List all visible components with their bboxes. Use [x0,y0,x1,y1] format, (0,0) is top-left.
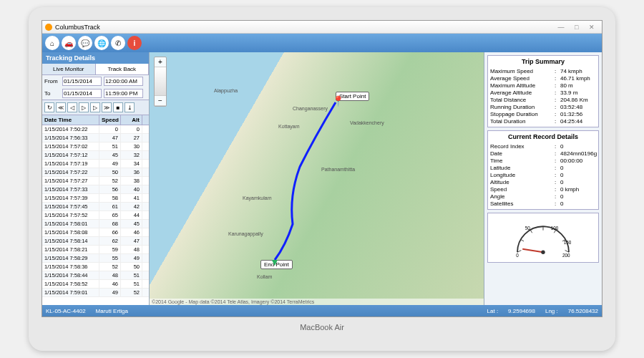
status-lng: 76.5208432 [568,308,598,314]
table-row[interactable]: 1/15/2014 7:57:275238 [42,177,149,185]
to-time-input[interactable] [104,89,143,98]
summary-row: Record Index:0 [490,142,596,150]
table-row[interactable]: 1/15/2014 7:58:295549 [42,254,149,263]
rewind-icon[interactable]: ≪ [56,102,66,112]
summary-row: Longitude:0 [490,171,596,178]
col-speed[interactable]: Speed [99,115,121,125]
col-alt[interactable]: Alt [121,115,142,125]
route-path [150,52,484,305]
map-city-label: Vadakkenchery [350,120,384,125]
ffwd-icon[interactable]: ≫ [102,102,112,112]
map-city-label: Kollam [257,274,272,279]
grid-header: Date Time Speed Alt [42,115,149,125]
summary-row: Speed:0 kmph [490,185,596,193]
from-date-input[interactable] [62,77,102,86]
summary-row: Time:00:00:00 [490,157,596,164]
globe-icon[interactable]: 🌐 [94,36,109,50]
laptop-brand: MacBook Air [42,323,602,332]
map-city-label: Kayamkulam [243,195,271,200]
table-row[interactable]: 1/15/2014 7:57:335640 [42,185,149,194]
summary-row: Running Duration:03:52:48 [490,103,596,110]
window-title: ColumbusTrack [55,24,100,31]
table-row[interactable]: 1/15/2014 7:57:456142 [42,203,149,211]
table-row[interactable]: 1/15/2014 7:58:016845 [42,220,149,228]
table-row[interactable]: 1/15/2014 7:56:334727 [42,134,149,142]
summary-row: Average Speed:46.71 kmph [490,74,596,82]
svg-point-8 [541,251,545,254]
table-row[interactable]: 1/15/2014 7:57:526544 [42,211,149,220]
map-canvas[interactable]: + − Start Point 📍 End Point ▼ AlappuzhaK… [150,52,484,305]
status-lng-label: Lng : [545,308,558,314]
playback-toolbar: ↻ ≪ ◁ ▷ ▷ ≫ ■ ⤓ [42,100,149,115]
table-row[interactable]: 1/15/2014 7:59:014952 [42,289,149,297]
table-row[interactable]: 1/15/2014 7:57:025130 [42,142,149,151]
left-panel: Tracking Details Live Monitor Track Back… [42,52,150,305]
summary-row: Date:4824mn0196g [490,150,596,157]
app-logo-icon [45,24,52,31]
chat-icon[interactable]: 💬 [78,36,92,50]
end-pin-icon: ▼ [270,256,280,268]
gauge-min: 0 [516,253,519,258]
map-city-label: Pathanamthitta [321,167,355,172]
table-row[interactable]: 1/15/2014 7:57:194934 [42,160,149,168]
tracking-details-header: Tracking Details [42,52,149,64]
col-datetime[interactable]: Date Time [42,115,99,125]
table-row[interactable]: 1/15/2014 7:58:524651 [42,280,149,289]
grid-body[interactable]: 1/15/2014 7:50:22001/15/2014 7:56:334727… [42,125,149,305]
play-icon[interactable]: ▷ [79,102,89,112]
refresh-icon[interactable]: ↻ [44,102,54,112]
gauge-t1: 50 [525,226,531,231]
map-city-label: Karunagappally [228,231,263,236]
right-panel: Trip Summary Maximum Speed:74 kmphAverag… [484,52,602,305]
trip-summary-title: Trip Summary [490,58,596,65]
current-record-section: Current Record Details Record Index:0Dat… [487,130,599,210]
table-row[interactable]: 1/15/2014 7:58:215948 [42,246,149,254]
summary-row: Satellites:0 [490,200,596,207]
table-row[interactable]: 1/15/2014 7:58:444851 [42,271,149,280]
table-row[interactable]: 1/15/2014 7:50:2200 [42,125,149,134]
summary-row: Stoppage Duration:01:32:56 [490,110,596,117]
svg-line-7 [522,249,543,253]
start-pin-icon: 📍 [332,95,344,107]
summary-row: Total Distance:204.86 Km [490,96,596,103]
status-bar: KL-05-AC-4402 Maruti Ertiga Lat : 9.2594… [42,305,602,316]
current-record-title: Current Record Details [490,133,596,140]
summary-row: Average Altitude:33.9 m [490,89,596,96]
trip-summary-section: Trip Summary Maximum Speed:74 kmphAverag… [487,55,599,127]
map-attribution: ©2014 Google - Map data ©2014 Tele Atlas… [150,299,484,305]
table-row[interactable]: 1/15/2014 7:57:225036 [42,168,149,177]
summary-row: Altitude:0 [490,178,596,185]
status-lat-label: Lat : [487,308,499,314]
stop-icon[interactable]: ■ [113,102,123,112]
svg-line-1 [521,239,525,241]
gauge-t3: 150 [564,240,572,245]
table-row[interactable]: 1/15/2014 7:57:124532 [42,151,149,160]
tab-live-monitor[interactable]: Live Monitor [42,64,96,74]
info-icon[interactable]: i [127,36,142,50]
next-icon[interactable]: ▷ [90,102,100,112]
summary-row: Angle:0 [490,193,596,200]
prev-icon[interactable]: ◁ [67,102,77,112]
from-label: From [44,78,60,84]
map-city-label: Kottayam [278,124,300,129]
phone-icon[interactable]: ✆ [111,36,125,50]
table-row[interactable]: 1/15/2014 7:57:395841 [42,194,149,203]
car-icon[interactable]: 🚗 [62,36,76,50]
table-row[interactable]: 1/15/2014 7:58:365250 [42,263,149,271]
summary-row: Maximum Speed:74 kmph [490,67,596,74]
main-toolbar: ⌂ 🚗 💬 🌐 ✆ i [42,34,602,52]
status-vehicle: Maruti Ertiga [96,308,128,314]
table-row[interactable]: 1/15/2014 7:58:146247 [42,237,149,246]
window-title-bar: ColumbusTrack — □ ✕ [42,21,602,34]
status-lat: 9.2594698 [508,308,535,314]
tab-track-back[interactable]: Track Back [96,64,150,74]
table-row[interactable]: 1/15/2014 7:58:086646 [42,228,149,237]
export-icon[interactable]: ⤓ [125,102,135,112]
to-label: To [44,90,60,97]
to-date-input[interactable] [62,89,102,98]
window-controls[interactable]: — □ ✕ [558,24,599,31]
status-device: KL-05-AC-4402 [46,308,86,314]
home-icon[interactable]: ⌂ [45,36,59,50]
speed-gauge: 0 50 100 150 200 [487,213,599,263]
from-time-input[interactable] [104,77,143,86]
